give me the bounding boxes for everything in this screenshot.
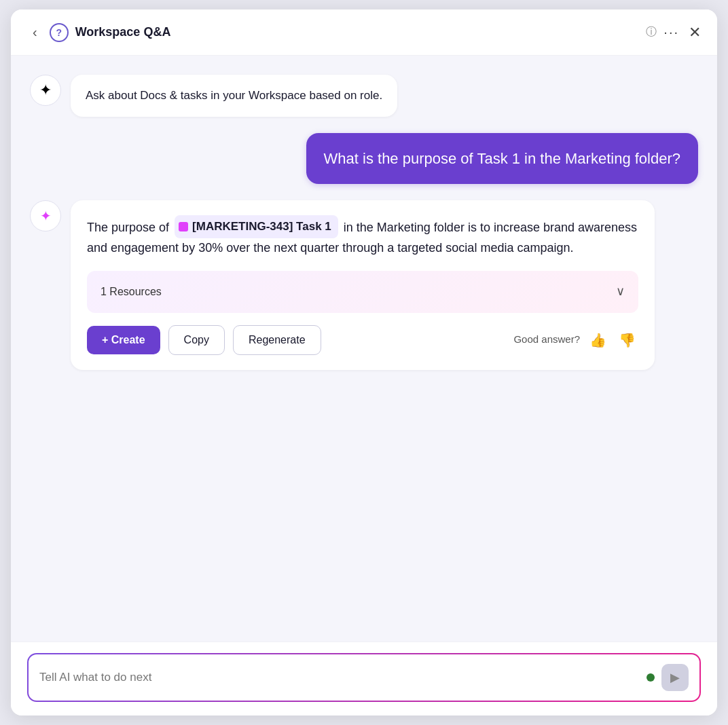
create-button[interactable]: + Create <box>87 326 160 354</box>
header-actions: ··· ✕ <box>663 24 701 41</box>
menu-button[interactable]: ··· <box>663 24 679 40</box>
ai-intro-bubble: Ask about Docs & tasks in your Workspace… <box>71 75 397 117</box>
task-dot <box>179 222 188 231</box>
input-area: ▶ <box>11 642 717 715</box>
header-title: Workspace Q&A <box>75 25 640 39</box>
user-text: What is the purpose of Task 1 in the Mar… <box>324 150 680 167</box>
header: ‹ ? Workspace Q&A ⓘ ··· ✕ <box>11 10 717 56</box>
action-buttons: + Create Copy Regenerate Good answer? 👍 … <box>87 325 638 355</box>
copy-button[interactable]: Copy <box>168 325 225 355</box>
ai-response-bubble: The purpose of [MARKETING-343] Task 1 in… <box>71 200 655 369</box>
ai-avatar: ✦ <box>30 75 61 106</box>
sparkle-icon: ✦ <box>39 81 52 99</box>
response-text: The purpose of [MARKETING-343] Task 1 in… <box>87 215 638 259</box>
regenerate-button[interactable]: Regenerate <box>233 325 321 355</box>
input-wrapper: ▶ <box>27 653 701 702</box>
response-suffix: in the Marketing folder is to increase b… <box>87 221 637 255</box>
sparkle-icon-2: ✦ <box>40 208 52 224</box>
send-button[interactable]: ▶ <box>661 664 689 691</box>
task-chip[interactable]: [MARKETING-343] Task 1 <box>175 215 338 238</box>
workspace-panel: ‹ ? Workspace Q&A ⓘ ··· ✕ ✦ Ask about Do… <box>11 10 717 715</box>
ai-response-avatar: ✦ <box>30 200 61 231</box>
user-message-row: What is the purpose of Task 1 in the Mar… <box>30 133 698 185</box>
thumbs-down-button[interactable]: 👎 <box>616 331 638 350</box>
resources-row[interactable]: 1 Resources ∨ <box>87 271 638 313</box>
ai-intro-row: ✦ Ask about Docs & tasks in your Workspa… <box>30 75 698 117</box>
chevron-down-icon: ∨ <box>616 282 625 302</box>
task-chip-label: [MARKETING-343] Task 1 <box>192 217 331 236</box>
user-bubble: What is the purpose of Task 1 in the Mar… <box>306 133 698 185</box>
resources-label: 1 Resources <box>101 283 162 301</box>
status-dot <box>647 673 655 682</box>
send-icon: ▶ <box>670 670 680 685</box>
header-icon: ? <box>50 23 69 42</box>
close-button[interactable]: ✕ <box>689 24 701 41</box>
info-icon[interactable]: ⓘ <box>646 25 657 39</box>
thumbs-up-button[interactable]: 👍 <box>587 331 609 350</box>
back-button[interactable]: ‹ <box>27 22 43 43</box>
response-prefix: The purpose of <box>87 221 169 234</box>
feedback-label: Good answer? <box>513 331 580 348</box>
chat-input[interactable] <box>39 671 640 684</box>
intro-text: Ask about Docs & tasks in your Workspace… <box>86 89 382 102</box>
feedback-group: Good answer? 👍 👎 <box>513 331 638 350</box>
chat-area: ✦ Ask about Docs & tasks in your Workspa… <box>11 56 717 642</box>
ai-response-row: ✦ The purpose of [MARKETING-343] Task 1 … <box>30 200 698 369</box>
